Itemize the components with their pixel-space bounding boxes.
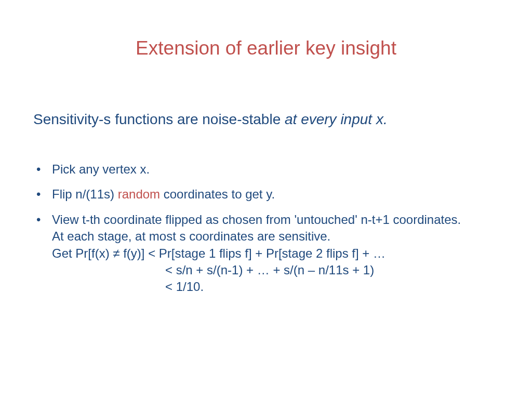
bullet-suffix: coordinates to get y. [160, 187, 275, 201]
bullet-line: View t-th coordinate flipped as chosen f… [52, 211, 495, 228]
bullet-line: At each stage, at most s coordinates are… [52, 228, 495, 245]
slide-subtitle: Sensitivity-s functions are noise-stable… [33, 111, 495, 128]
bullet-list: Pick any vertex x. Flip n/(11s) random c… [33, 161, 495, 296]
bullet-text: Pick any vertex x. [52, 162, 150, 176]
bullet-red-word: random [118, 187, 160, 201]
bullet-prefix: Flip n/(11s) [52, 187, 118, 201]
slide-title: Extension of earlier key insight [100, 37, 432, 59]
bullet-line: < s/n + s/(n-1) + … + s/(n – n/11s + 1) [52, 262, 495, 278]
subtitle-italic: at every input x. [285, 111, 388, 127]
subtitle-text: Sensitivity-s functions are noise-stable [33, 111, 285, 127]
list-item: View t-th coordinate flipped as chosen f… [33, 211, 495, 296]
presentation-slide: Extension of earlier key insight Sensiti… [0, 0, 532, 399]
bullet-line: < 1/10. [52, 278, 495, 295]
list-item: Flip n/(11s) random coordinates to get y… [33, 186, 495, 203]
list-item: Pick any vertex x. [33, 161, 495, 178]
bullet-line: Get Pr[f(x) ≠ f(y)] < Pr[stage 1 flips f… [52, 245, 495, 262]
